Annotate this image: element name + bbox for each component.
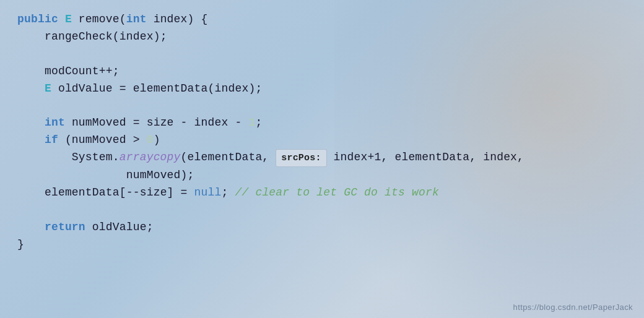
code-line-7: int numMoved = size - index - 1; [17, 114, 627, 132]
number-0: 0 [147, 134, 154, 146]
code-text: numMoved); [126, 169, 194, 181]
keyword-null: null [194, 186, 222, 199]
param-hint-srcpos: srcPos: [276, 149, 326, 167]
code-text: System. [72, 151, 120, 163]
code-text: ; [221, 186, 235, 199]
code-line-11: elementData[--size] = null; // clear to … [17, 184, 627, 202]
code-text: index) { [154, 13, 208, 25]
code-text: index+1, elementData, index, [327, 151, 524, 163]
code-text: (numMoved > [65, 134, 147, 146]
type-E-2: E [45, 82, 58, 95]
code-line-8: if (numMoved > 0) [17, 132, 627, 149]
code-line-blank-3 [17, 202, 627, 219]
code-line-4: modCount++; [17, 63, 627, 80]
code-text: ) [154, 134, 160, 146]
param-hint-label: srcPos: [281, 153, 321, 163]
watermark: https://blog.csdn.net/PaperJack [513, 303, 633, 312]
code-text: } [17, 238, 24, 251]
code-text: numMoved = size - index - [72, 116, 249, 129]
code-text: ; [255, 116, 262, 129]
code-block: public E remove(int index) { rangeCheck(… [0, 0, 644, 318]
keyword-return: return [45, 221, 92, 233]
code-line-2: rangeCheck(index); [17, 28, 627, 46]
code-text: elementData[--size] = [45, 186, 194, 199]
code-line-9: System.arraycopy(elementData, srcPos: in… [17, 149, 627, 167]
code-text: oldValue = elementData(index); [58, 82, 262, 95]
type-E: E [65, 13, 79, 25]
code-text: (elementData, [181, 151, 276, 163]
keyword-int: int [126, 13, 154, 25]
code-line-1: public E remove(int index) { [17, 11, 627, 28]
code-line-13: return oldValue; [17, 219, 627, 236]
code-line-blank-1 [17, 46, 627, 63]
code-line-14: } [17, 236, 627, 254]
code-line-blank-2 [17, 97, 627, 114]
code-line-10: numMoved); [17, 167, 627, 184]
code-text: oldValue; [92, 221, 154, 233]
code-text: modCount++; [45, 65, 120, 77]
keyword-public: public [17, 13, 65, 25]
comment-gc: // clear to let GC do its work [235, 186, 438, 199]
keyword-int-2: int [45, 116, 72, 129]
keyword-if: if [45, 134, 65, 146]
number-1: 1 [248, 116, 255, 129]
code-line-5: E oldValue = elementData(index); [17, 80, 627, 98]
code-text: rangeCheck(index); [45, 30, 167, 43]
method-arraycopy: arraycopy [120, 151, 181, 163]
code-text: remove( [79, 13, 126, 25]
